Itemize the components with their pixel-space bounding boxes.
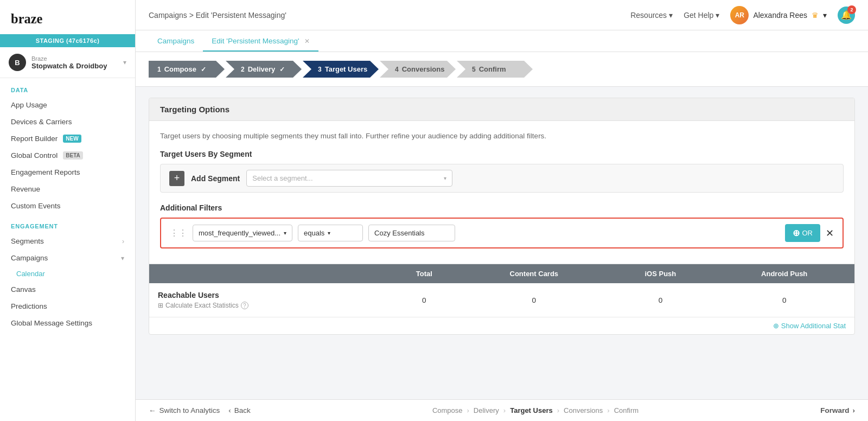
sidebar-item-canvas[interactable]: Canvas bbox=[0, 281, 135, 298]
chevron-down-icon: ▾ bbox=[123, 59, 126, 66]
crown-icon: ♛ bbox=[812, 11, 819, 20]
check-icon: ✓ bbox=[279, 66, 285, 73]
chevron-right-icon: › bbox=[607, 406, 609, 414]
check-icon: ✓ bbox=[201, 66, 206, 73]
section-description: Target users by choosing multiple segmen… bbox=[160, 132, 844, 140]
sidebar-item-app-usage[interactable]: App Usage bbox=[0, 97, 135, 113]
or-button[interactable]: ⊕ OR bbox=[785, 224, 821, 242]
step-num: 3 bbox=[318, 66, 322, 73]
chevron-right-icon: › bbox=[503, 406, 506, 414]
col-header-content-cards: Content Cards bbox=[461, 264, 607, 283]
chevron-down-icon: ▾ bbox=[328, 230, 330, 236]
cell-content-cards: 0 bbox=[461, 283, 607, 317]
add-segment-button[interactable]: + bbox=[169, 171, 184, 186]
step-num: 5 bbox=[472, 66, 476, 73]
arrow-right-icon: › bbox=[852, 406, 855, 414]
reachable-users-table: Total Content Cards iOS Push Android Pus… bbox=[149, 264, 854, 317]
breadcrumb-confirm: Confirm bbox=[614, 406, 639, 414]
step-label: Confirm bbox=[479, 65, 506, 73]
breadcrumb-conversions: Conversions bbox=[564, 406, 603, 414]
resources-button[interactable]: Resources ▾ bbox=[630, 11, 673, 20]
sidebar-item-global-control[interactable]: Global Control BETA bbox=[0, 147, 135, 164]
get-help-button[interactable]: Get Help ▾ bbox=[684, 11, 719, 20]
row-label: Reachable Users ⊞ Calculate Exact Statis… bbox=[149, 283, 387, 317]
add-segment-row: + Add Segment Select a segment... ▾ bbox=[160, 164, 844, 193]
sidebar-item-engagement-reports[interactable]: Engagement Reports bbox=[0, 164, 135, 181]
filters-label: Additional Filters bbox=[160, 203, 844, 212]
sidebar-item-segments[interactable]: Segments › bbox=[0, 233, 135, 250]
sidebar-item-label: Canvas bbox=[11, 285, 36, 294]
step-label: Conversions bbox=[402, 65, 445, 73]
sidebar-item-label: App Usage bbox=[11, 101, 47, 109]
sidebar-item-revenue[interactable]: Revenue bbox=[0, 181, 135, 197]
show-additional-stat-button[interactable]: ⊕ Show Additional Stat bbox=[149, 317, 854, 334]
sidebar-item-calendar[interactable]: Calendar bbox=[0, 266, 135, 281]
avatar: B bbox=[9, 54, 26, 71]
sidebar-item-custom-events[interactable]: Custom Events bbox=[0, 197, 135, 214]
arrow-left-icon: ‹ bbox=[228, 406, 231, 414]
svg-text:braze: braze bbox=[11, 11, 43, 26]
sidebar-item-label: Engagement Reports bbox=[11, 168, 80, 176]
step-conversions[interactable]: 4 Conversions bbox=[380, 61, 456, 78]
sidebar-engagement-section: ENGAGEMENT bbox=[0, 214, 135, 233]
sidebar-item-label: Global Message Settings bbox=[11, 319, 92, 327]
filter-value-input[interactable]: Cozy Essentials bbox=[368, 225, 455, 241]
sidebar-item-label: Revenue bbox=[11, 185, 40, 193]
segment-placeholder: Select a segment... bbox=[252, 174, 312, 182]
back-button[interactable]: ‹ Back bbox=[228, 406, 251, 414]
switch-label: Switch to Analytics bbox=[159, 406, 220, 414]
filter-field-value: most_frequently_viewed... bbox=[199, 229, 280, 237]
calc-exact-link[interactable]: Calculate Exact Statistics bbox=[165, 302, 239, 309]
breadcrumb-target-users: Target Users bbox=[510, 406, 553, 414]
resources-label: Resources bbox=[630, 11, 667, 20]
step-num: 1 bbox=[157, 66, 161, 73]
filter-field-select[interactable]: most_frequently_viewed... ▾ bbox=[193, 225, 292, 241]
topbar: Campaigns > Edit 'Persistent Messaging' … bbox=[136, 0, 868, 30]
switch-to-analytics-button[interactable]: ← Switch to Analytics bbox=[149, 406, 220, 414]
segment-label: Target Users By Segment bbox=[160, 150, 844, 158]
sidebar-item-devices[interactable]: Devices & Carriers bbox=[0, 113, 135, 130]
sidebar-data-section: DATA bbox=[0, 78, 135, 97]
account-switcher[interactable]: B Braze Stopwatch & Droidboy ▾ bbox=[0, 47, 135, 78]
sidebar-item-predictions[interactable]: Predictions bbox=[0, 298, 135, 315]
step-num: 4 bbox=[395, 66, 399, 73]
footer-nav: ← Switch to Analytics ‹ Back Compose › D… bbox=[136, 399, 868, 421]
drag-handle-icon[interactable]: ⋮⋮ bbox=[170, 228, 187, 238]
step-num: 2 bbox=[241, 66, 245, 73]
step-target-users[interactable]: 3 Target Users bbox=[303, 61, 379, 78]
col-header-ios-push: iOS Push bbox=[607, 264, 714, 283]
page-content: Targeting Options Target users by choosi… bbox=[136, 87, 868, 399]
steps-bar: 1 Compose ✓ 2 Delivery ✓ 3 Target Users … bbox=[136, 52, 868, 87]
filter-value-text: Cozy Essentials bbox=[374, 229, 424, 237]
sidebar-item-report-builder[interactable]: Report Builder NEW bbox=[0, 130, 135, 147]
forward-button[interactable]: Forward › bbox=[820, 406, 855, 414]
chevron-down-icon: ▾ bbox=[669, 11, 673, 20]
step-compose[interactable]: 1 Compose ✓ bbox=[149, 61, 225, 78]
account-org: Stopwatch & Droidboy bbox=[31, 62, 118, 70]
stats-table-wrapper: Total Content Cards iOS Push Android Pus… bbox=[149, 264, 854, 334]
remove-filter-button[interactable]: ✕ bbox=[826, 227, 834, 239]
step-delivery[interactable]: 2 Delivery ✓ bbox=[226, 61, 302, 78]
sidebar-item-label: Custom Events bbox=[11, 202, 61, 210]
col-header-android-push: Android Push bbox=[714, 264, 854, 283]
sidebar-item-campaigns[interactable]: Campaigns ▾ bbox=[0, 250, 135, 266]
notification-bell[interactable]: 🔔 2 bbox=[838, 7, 855, 24]
col-header-total: Total bbox=[387, 264, 461, 283]
new-badge: NEW bbox=[63, 135, 81, 143]
reachable-users-label: Reachable Users bbox=[158, 291, 378, 299]
arrow-left-icon: ← bbox=[149, 406, 156, 414]
chevron-right-icon: › bbox=[557, 406, 559, 414]
chevron-right-icon: › bbox=[467, 406, 469, 414]
filter-operator-select[interactable]: equals ▾ bbox=[298, 225, 363, 241]
step-confirm[interactable]: 5 Confirm bbox=[457, 61, 533, 78]
help-icon: ? bbox=[241, 302, 248, 309]
close-icon[interactable]: ✕ bbox=[304, 37, 310, 45]
sidebar-item-label: Segments bbox=[11, 237, 44, 245]
tab-edit-persistent-messaging[interactable]: Edit 'Persistent Messaging' ✕ bbox=[203, 31, 318, 52]
chevron-down-icon: ▾ bbox=[121, 254, 124, 262]
col-header-label bbox=[149, 264, 387, 283]
tab-campaigns[interactable]: Campaigns bbox=[149, 31, 203, 52]
user-menu[interactable]: AR Alexandra Rees ♛ ▾ bbox=[730, 6, 827, 24]
segment-select[interactable]: Select a segment... ▾ bbox=[246, 170, 452, 187]
sidebar-item-global-message-settings[interactable]: Global Message Settings bbox=[0, 315, 135, 331]
